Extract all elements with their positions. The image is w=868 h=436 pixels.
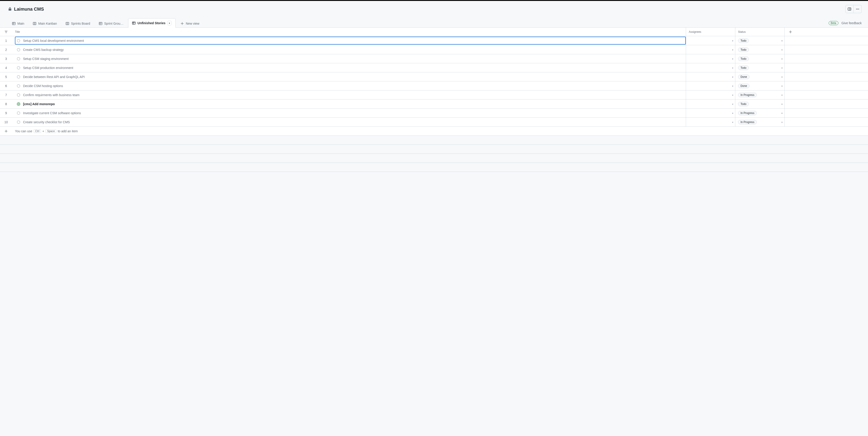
row-title-text: Setup CMS local development environment [23, 39, 84, 42]
view-tab[interactable]: Main [8, 19, 28, 28]
table-row[interactable]: 9Investigate current CSM software option… [0, 109, 868, 118]
caret-down-icon: ▾ [781, 57, 782, 60]
svg-point-36 [17, 112, 20, 114]
caret-down-icon: ▾ [781, 94, 782, 96]
add-column-button[interactable] [784, 28, 868, 36]
status-cell[interactable]: In Progress▾ [735, 90, 784, 99]
give-feedback-link[interactable]: Give feedback [842, 21, 862, 25]
assignees-cell[interactable]: ▾ [686, 81, 735, 90]
assignees-cell[interactable]: ▾ [686, 45, 735, 54]
new-view-button[interactable]: New view [177, 19, 203, 28]
empty-row [0, 154, 868, 163]
table-row[interactable]: 2Create CMS backup strategy▾Todo▾ [0, 45, 868, 54]
caret-down-icon: ▾ [732, 112, 733, 114]
view-tab[interactable]: Sprint Grou… [95, 19, 127, 28]
column-header-status[interactable]: Status [735, 28, 784, 36]
assignees-cell[interactable]: ▾ [686, 118, 735, 126]
panel-toggle-button[interactable] [845, 5, 854, 13]
title-cell[interactable]: [cms] Add monorepo [12, 99, 686, 108]
table-row[interactable]: 3Setup CSM staging environment▾Todo▾ [0, 54, 868, 63]
column-header-assignees[interactable]: Assignees [686, 28, 735, 36]
filter-icon[interactable] [4, 30, 8, 34]
table-row[interactable]: 1Setup CMS local development environment… [0, 36, 868, 45]
row-title-text: Create security checklist for CMS [23, 120, 70, 124]
status-pill: Todo [738, 102, 749, 106]
status-pill: In Progress [738, 93, 757, 97]
extra-cell[interactable] [784, 54, 868, 63]
extra-cell[interactable] [784, 99, 868, 108]
title-cell[interactable]: Decide between Rest API and GraphQL API [12, 72, 686, 81]
status-cell[interactable]: Todo▾ [735, 45, 784, 54]
caret-down-icon: ▾ [732, 66, 733, 69]
title-cell[interactable]: Decide CSM hosting options [12, 81, 686, 90]
svg-point-2 [856, 9, 857, 9]
status-cell[interactable]: Todo▾ [735, 63, 784, 72]
table-row[interactable]: 10Create security checklist for CMS▾In P… [0, 118, 868, 127]
table-row[interactable]: 8[cms] Add monorepo▾Todo▾ [0, 99, 868, 109]
status-cell[interactable]: Todo▾ [735, 54, 784, 63]
assignees-cell[interactable]: ▾ [686, 90, 735, 99]
title-cell[interactable]: Setup CMS local development environment [12, 36, 686, 45]
empty-row [0, 145, 868, 154]
svg-point-33 [17, 93, 20, 96]
beta-badge: Beta [829, 21, 838, 25]
table-icon [132, 21, 135, 25]
caret-down-icon: ▾ [732, 103, 733, 105]
status-cell[interactable]: In Progress▾ [735, 118, 784, 126]
status-pill: In Progress [738, 111, 757, 115]
extra-cell[interactable] [784, 81, 868, 90]
extra-cell[interactable] [784, 72, 868, 81]
extra-cell[interactable] [784, 63, 868, 72]
svg-point-29 [17, 57, 20, 60]
more-options-button[interactable] [854, 5, 862, 13]
status-cell[interactable]: In Progress▾ [735, 109, 784, 117]
column-header-title[interactable]: Title [12, 28, 686, 36]
lock-icon [8, 7, 12, 11]
items-table: Title Assignees Status 1Setup CMS local … [0, 28, 868, 172]
caret-down-icon: ▾ [781, 49, 782, 51]
table-row[interactable]: 4Setup CSM production environment▾Todo▾ [0, 63, 868, 72]
table-row[interactable]: 7Confirm requirments with business team▾… [0, 90, 868, 99]
status-cell[interactable]: Done▾ [735, 72, 784, 81]
caret-down-icon: ▾ [732, 94, 733, 96]
table-icon [99, 22, 102, 25]
assignees-cell[interactable]: ▾ [686, 99, 735, 108]
extra-cell[interactable] [784, 118, 868, 126]
extra-cell[interactable] [784, 109, 868, 117]
assignees-cell[interactable]: ▾ [686, 109, 735, 117]
add-item-row[interactable]: You can use Ctrl + Space to add an item [0, 127, 868, 136]
status-cell[interactable]: Done▾ [735, 81, 784, 90]
kebab-icon [856, 7, 860, 11]
status-cell[interactable]: Todo▾ [735, 99, 784, 108]
title-cell[interactable]: Create CMS backup strategy [12, 45, 686, 54]
empty-row [0, 136, 868, 145]
draft-issue-icon [17, 39, 20, 42]
assignees-cell[interactable]: ▾ [686, 36, 735, 45]
assignees-cell[interactable]: ▾ [686, 63, 735, 72]
table-row[interactable]: 6Decide CSM hosting options▾Done▾ [0, 81, 868, 90]
plus-icon [789, 30, 792, 34]
title-cell[interactable]: Setup CSM staging environment [12, 54, 686, 63]
title-cell[interactable]: Confirm requirments with business team [12, 90, 686, 99]
assignees-cell[interactable]: ▾ [686, 72, 735, 81]
view-tab[interactable]: Sprints Board [62, 19, 94, 28]
kbd-ctrl: Ctrl [34, 129, 41, 133]
status-cell[interactable]: Todo▾ [735, 36, 784, 45]
extra-cell[interactable] [784, 45, 868, 54]
title-cell[interactable]: Investigate current CSM software options [12, 109, 686, 117]
view-tab[interactable]: Main Kanban [29, 19, 61, 28]
svg-rect-17 [132, 22, 135, 24]
board-icon [33, 22, 36, 25]
row-title-text: Create CMS backup strategy [23, 48, 64, 52]
plus-icon [4, 129, 8, 133]
svg-point-3 [857, 9, 858, 9]
assignees-cell[interactable]: ▾ [686, 54, 735, 63]
title-cell[interactable]: Create security checklist for CMS [12, 118, 686, 126]
tab-dropdown-button[interactable]: ▾ [167, 21, 172, 25]
table-row[interactable]: 5Decide between Rest API and GraphQL API… [0, 72, 868, 81]
title-cell[interactable]: Setup CSM production environment [12, 63, 686, 72]
row-number: 6 [0, 81, 12, 90]
extra-cell[interactable] [784, 36, 868, 45]
extra-cell[interactable] [784, 90, 868, 99]
view-tab[interactable]: Unfinished Stories▾ [128, 18, 176, 28]
